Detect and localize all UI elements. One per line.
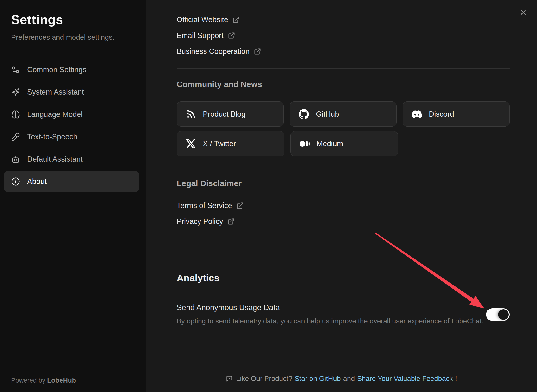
medium-button[interactable]: Medium — [290, 131, 398, 156]
setting-title: Send Anonymous Usage Data — [177, 303, 484, 312]
sidebar-nav: Common Settings System Assistant Languag… — [4, 59, 139, 193]
link-label: Privacy Policy — [177, 217, 223, 226]
product-blog-button[interactable]: Product Blog — [177, 101, 284, 127]
button-label: Medium — [317, 139, 343, 148]
analytics-heading: Analytics — [177, 273, 510, 284]
powered-by: Powered by LobeHub — [11, 377, 76, 384]
external-link-icon — [232, 16, 240, 23]
button-label: GitHub — [316, 110, 339, 119]
legal-links: Terms of Service Privacy Policy — [177, 198, 510, 229]
sidebar-item-label: Language Model — [27, 110, 83, 119]
lobehub-brand: LobeHub — [47, 377, 76, 384]
sidebar-item-about[interactable]: About — [4, 171, 139, 192]
toggle-knob — [498, 309, 509, 320]
bot-icon — [11, 155, 20, 164]
discord-button[interactable]: Discord — [403, 101, 510, 127]
link-label: Email Support — [177, 31, 224, 40]
external-link-icon — [228, 32, 235, 39]
settings-sidebar: Settings Preferences and model settings.… — [0, 0, 146, 392]
page-title: Settings — [11, 12, 139, 27]
sidebar-item-label: System Assistant — [27, 88, 84, 96]
terms-of-service-link[interactable]: Terms of Service — [177, 198, 510, 214]
github-button[interactable]: GitHub — [290, 101, 397, 127]
powered-by-text: Powered by — [11, 377, 45, 384]
link-label: Terms of Service — [177, 201, 232, 210]
business-cooperation-link[interactable]: Business Cooperation — [177, 44, 510, 59]
feedback-bubble-icon — [226, 375, 233, 382]
settings-modal: Settings Preferences and model settings.… — [0, 0, 537, 392]
divider — [177, 68, 510, 69]
privacy-policy-link[interactable]: Privacy Policy — [177, 214, 510, 229]
info-icon — [11, 177, 20, 186]
official-website-link[interactable]: Official Website — [177, 12, 510, 28]
sparkles-icon — [11, 88, 20, 96]
external-link-icon — [254, 48, 261, 55]
community-buttons-row-1: Product Blog GitHub Discord — [177, 101, 510, 127]
footer-connector: and — [343, 375, 355, 383]
divider — [177, 167, 510, 167]
github-icon — [299, 109, 309, 120]
contact-us-heading: Contact Us — [177, 0, 510, 1]
x-twitter-button[interactable]: X / Twitter — [177, 131, 284, 156]
mic-icon — [11, 133, 20, 141]
contact-links: Official Website Email Support Business … — [177, 12, 510, 59]
star-on-github-link[interactable]: Star on GitHub — [295, 375, 341, 383]
setting-description: By opting to send telemetry data, you ca… — [177, 317, 484, 325]
analytics-setting-text: Send Anonymous Usage Data By opting to s… — [177, 303, 484, 325]
footer-suffix: ! — [455, 375, 457, 383]
button-label: Product Blog — [203, 110, 246, 119]
analytics-setting-row: Send Anonymous Usage Data By opting to s… — [177, 303, 510, 325]
sidebar-item-label: Default Assistant — [27, 155, 83, 164]
divider — [177, 295, 510, 295]
sidebar-item-common-settings[interactable]: Common Settings — [4, 59, 139, 80]
link-label: Official Website — [177, 15, 228, 24]
sidebar-item-label: Text-to-Speech — [27, 133, 77, 141]
button-label: Discord — [429, 110, 454, 119]
sidebar-item-language-model[interactable]: Language Model — [4, 104, 139, 125]
share-feedback-link[interactable]: Share Your Valuable Feedback — [357, 375, 453, 383]
about-panel: Contact Us Official Website Email Suppor… — [146, 0, 537, 392]
close-icon — [520, 9, 527, 16]
close-button[interactable] — [518, 7, 528, 17]
external-link-icon — [237, 202, 244, 209]
community-heading: Community and News — [177, 80, 510, 89]
brain-icon — [11, 110, 20, 119]
page-subtitle: Preferences and model settings. — [11, 33, 139, 41]
rss-icon — [186, 109, 196, 120]
email-support-link[interactable]: Email Support — [177, 28, 510, 44]
sidebar-item-text-to-speech[interactable]: Text-to-Speech — [4, 126, 139, 147]
discord-icon — [412, 109, 422, 120]
main-footer: Like Our Product? Star on GitHub and Sha… — [146, 375, 537, 383]
community-buttons-row-2: X / Twitter Medium — [177, 131, 510, 156]
sidebar-item-label: Common Settings — [27, 65, 86, 74]
link-label: Business Cooperation — [177, 47, 250, 56]
usage-data-toggle[interactable] — [486, 308, 510, 321]
sidebar-item-system-assistant[interactable]: System Assistant — [4, 82, 139, 103]
footer-prefix: Like Our Product? — [236, 375, 292, 383]
sidebar-item-label: About — [27, 177, 47, 186]
external-link-icon — [227, 218, 235, 225]
medium-icon — [299, 139, 310, 149]
x-twitter-icon — [186, 139, 196, 149]
legal-heading: Legal Disclaimer — [177, 179, 510, 188]
sidebar-item-default-assistant[interactable]: Default Assistant — [4, 149, 139, 170]
sliders-icon — [11, 65, 20, 74]
button-label: X / Twitter — [203, 139, 236, 148]
